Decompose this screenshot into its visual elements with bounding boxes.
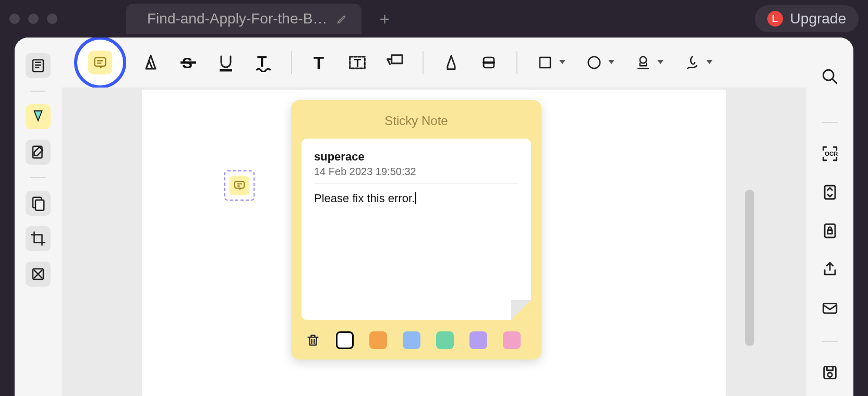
convert-button[interactable] bbox=[821, 183, 839, 203]
sidebar-item-crop[interactable] bbox=[26, 226, 51, 251]
svg-point-16 bbox=[588, 57, 600, 69]
document-tab[interactable]: Find-and-Apply-For-the-B… bbox=[126, 4, 361, 34]
rail-separator bbox=[822, 341, 838, 342]
email-button[interactable] bbox=[821, 299, 839, 319]
chevron-down-icon bbox=[706, 60, 713, 64]
upgrade-button[interactable]: L Upgrade bbox=[755, 5, 859, 32]
close-window-button[interactable] bbox=[9, 14, 20, 24]
note-color-white[interactable] bbox=[336, 331, 354, 349]
tool-signature-dropdown[interactable] bbox=[679, 49, 705, 76]
svg-rect-15 bbox=[540, 57, 550, 68]
note-color-green[interactable] bbox=[436, 331, 454, 349]
ocr-button[interactable]: OCR bbox=[821, 145, 839, 165]
svg-rect-26 bbox=[827, 367, 833, 370]
tool-text[interactable]: T bbox=[307, 49, 333, 76]
sticky-note-popup: Sticky Note superace 14 Feb 2023 19:50:3… bbox=[291, 100, 541, 360]
sticky-note-body[interactable]: superace 14 Feb 2023 19:50:32 Please fix… bbox=[302, 139, 531, 320]
note-icon bbox=[230, 176, 249, 195]
rail-separator bbox=[30, 177, 46, 178]
tool-rectangle-dropdown[interactable] bbox=[532, 49, 558, 76]
rail-separator bbox=[30, 91, 46, 92]
svg-text:T: T bbox=[314, 53, 324, 72]
document-viewport[interactable]: Sticky Note superace 14 Feb 2023 19:50:3… bbox=[62, 88, 806, 396]
sticky-note-author: superace bbox=[314, 150, 519, 164]
tool-sticky-note[interactable] bbox=[74, 38, 126, 89]
svg-text:T: T bbox=[354, 56, 361, 69]
toolbar-separator bbox=[516, 51, 517, 74]
sticky-note-footer bbox=[302, 331, 531, 349]
sticky-note-content: Please fix this error. bbox=[314, 192, 415, 205]
svg-text:T: T bbox=[257, 53, 267, 70]
share-button[interactable] bbox=[821, 261, 839, 280]
svg-rect-18 bbox=[235, 181, 244, 188]
text-cursor bbox=[415, 192, 416, 204]
sticky-note-textarea[interactable]: Please fix this error. bbox=[314, 192, 519, 205]
note-icon bbox=[88, 51, 112, 75]
note-color-pink[interactable] bbox=[503, 331, 521, 349]
titlebar: Find-and-Apply-For-the-B… + L Upgrade bbox=[0, 0, 868, 38]
tool-pencil[interactable] bbox=[438, 49, 464, 76]
tool-squiggly[interactable]: T bbox=[250, 49, 276, 76]
rail-separator bbox=[822, 122, 838, 123]
document-tab-title: Find-and-Apply-For-the-B… bbox=[147, 10, 327, 27]
svg-point-17 bbox=[640, 57, 647, 64]
svg-rect-24 bbox=[823, 304, 837, 313]
sidebar-item-redact[interactable] bbox=[26, 262, 51, 287]
page-fold-icon bbox=[511, 300, 531, 320]
window-controls bbox=[9, 14, 57, 24]
tool-stamp-dropdown[interactable] bbox=[630, 49, 656, 76]
chevron-down-icon bbox=[657, 60, 664, 64]
search-button[interactable] bbox=[806, 53, 853, 100]
tool-underline[interactable] bbox=[213, 49, 239, 76]
left-rail bbox=[15, 38, 62, 396]
main-area: S T T T bbox=[62, 38, 806, 396]
sticky-note-timestamp: 14 Feb 2023 19:50:32 bbox=[314, 166, 519, 178]
tool-text-box[interactable]: T bbox=[344, 49, 370, 76]
toolbar-separator bbox=[291, 51, 292, 74]
svg-point-27 bbox=[828, 373, 833, 377]
svg-rect-13 bbox=[392, 55, 403, 64]
right-rail: OCR bbox=[806, 38, 853, 396]
tool-eraser[interactable] bbox=[476, 49, 502, 76]
note-color-orange[interactable] bbox=[369, 331, 387, 349]
svg-rect-5 bbox=[95, 58, 106, 66]
sidebar-item-edit[interactable] bbox=[26, 140, 51, 165]
protect-button[interactable] bbox=[821, 222, 839, 242]
note-marker-selection[interactable] bbox=[224, 170, 255, 201]
tool-strikethrough[interactable]: S bbox=[175, 49, 201, 76]
workspace: S T T T bbox=[15, 38, 853, 396]
chevron-down-icon bbox=[559, 60, 565, 64]
note-color-blue[interactable] bbox=[403, 331, 420, 349]
tool-oval-dropdown[interactable] bbox=[581, 49, 607, 76]
annotation-toolbar: S T T T bbox=[62, 38, 806, 88]
svg-text:OCR: OCR bbox=[825, 151, 838, 157]
delete-note-button[interactable] bbox=[306, 333, 320, 348]
sidebar-item-annotations[interactable] bbox=[26, 104, 51, 129]
divider bbox=[314, 183, 519, 183]
new-tab-button[interactable]: + bbox=[378, 13, 391, 25]
document-page[interactable]: Sticky Note superace 14 Feb 2023 19:50:3… bbox=[142, 90, 726, 396]
save-button[interactable] bbox=[821, 364, 839, 383]
sticky-note-title: Sticky Note bbox=[302, 114, 531, 128]
chevron-down-icon bbox=[608, 60, 614, 64]
rename-tab-icon[interactable] bbox=[336, 13, 348, 24]
tool-callout[interactable] bbox=[382, 49, 408, 76]
maximize-window-button[interactable] bbox=[47, 14, 57, 24]
vertical-scrollbar[interactable] bbox=[745, 190, 754, 346]
avatar: L bbox=[767, 11, 783, 27]
tool-highlight[interactable] bbox=[138, 49, 164, 76]
sidebar-item-pages[interactable] bbox=[26, 191, 51, 216]
sidebar-item-thumbnails[interactable] bbox=[26, 53, 51, 78]
minimize-window-button[interactable] bbox=[28, 14, 39, 24]
svg-rect-3 bbox=[35, 200, 44, 211]
upgrade-label: Upgrade bbox=[790, 10, 846, 27]
note-color-purple[interactable] bbox=[469, 331, 487, 349]
toolbar-separator bbox=[423, 51, 424, 74]
